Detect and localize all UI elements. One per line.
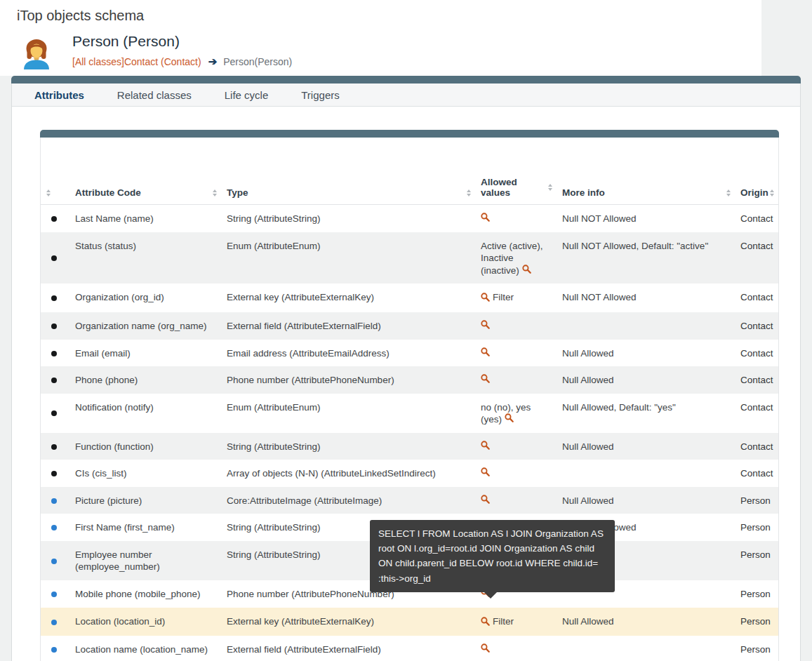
- oql-filter-tooltip: SELECT l FROM Location AS l JOIN Organiz…: [370, 520, 615, 592]
- attribute-code-cell: Organization name (org_name): [71, 312, 222, 340]
- allowed-values-cell: Filter: [477, 283, 558, 312]
- breadcrumb-parent-class-link[interactable]: Contact (Contact): [124, 56, 201, 67]
- more-info-cell: [558, 460, 736, 487]
- table-row: Organization name (org_name) External fi…: [41, 312, 779, 340]
- table-row: CIs (cis_list) Array of objects (N-N) (A…: [41, 460, 779, 487]
- origin-cell: Person: [736, 608, 779, 636]
- attribute-type-cell: External key (AttributeExternalKey): [222, 608, 477, 636]
- sort-icon[interactable]: [45, 188, 52, 198]
- sort-icon[interactable]: [768, 188, 776, 198]
- origin-cell: Contact: [736, 366, 779, 394]
- filter-link[interactable]: [481, 320, 493, 329]
- filter-link[interactable]: [481, 441, 493, 450]
- filter-link[interactable]: [522, 265, 534, 274]
- attribute-type-cell: External key (AttributeExternalKey): [222, 283, 477, 312]
- origin-cell: Contact: [736, 394, 779, 433]
- search-icon: [481, 441, 490, 450]
- filter-link[interactable]: [481, 467, 493, 476]
- attribute-type-cell: External field (AttributeExternalField): [222, 636, 477, 661]
- tab-attributes[interactable]: Attributes: [34, 89, 84, 101]
- filter-link[interactable]: [481, 213, 493, 222]
- attribute-type-cell: Email address (AttributeEmailAddress): [222, 340, 477, 367]
- attribute-type-cell: Core:AttributeImage (AttributeImage): [222, 487, 477, 514]
- column-header-type[interactable]: Type: [222, 138, 477, 205]
- attribute-type-cell: Enum (AttributeEnum): [222, 232, 477, 284]
- more-info-cell: [558, 636, 736, 661]
- search-icon: [481, 467, 490, 476]
- sort-icon[interactable]: [465, 188, 472, 198]
- origin-cell: Contact: [736, 312, 779, 340]
- filter-link[interactable]: [481, 374, 493, 383]
- allowed-values-cell: [477, 366, 558, 394]
- attribute-type-cell: Array of objects (N-N) (AttributeLinkedS…: [222, 460, 477, 487]
- tab-life-cycle[interactable]: Life cycle: [225, 89, 269, 101]
- filter-link[interactable]: Filter: [481, 291, 514, 304]
- more-info-cell: [558, 312, 736, 340]
- column-header-attribute-code[interactable]: Attribute Code: [71, 138, 222, 205]
- attribute-type-cell: String (AttributeString): [222, 433, 477, 460]
- search-icon: [481, 643, 490, 653]
- filter-link[interactable]: [505, 413, 517, 422]
- origin-bullet-dot: [51, 351, 57, 356]
- allowed-values-cell: [477, 340, 558, 367]
- card-top-accent-bar: [11, 76, 801, 84]
- origin-bullet-dot: [51, 378, 57, 383]
- filter-link[interactable]: [481, 643, 493, 653]
- attribute-code-cell: Last Name (name): [71, 205, 222, 232]
- attribute-code-cell: Email (email): [71, 340, 222, 367]
- attribute-code-cell: Notification (notify): [71, 394, 222, 433]
- tab-triggers[interactable]: Triggers: [301, 89, 339, 101]
- tab-bar: AttributesRelated classesLife cycleTrigg…: [12, 84, 800, 107]
- more-info-cell: Null NOT Allowed: [558, 205, 736, 232]
- allowed-values-cell: [477, 460, 558, 487]
- origin-bullet-dot: [51, 410, 57, 416]
- search-icon: [481, 617, 490, 626]
- more-info-cell: Null Allowed: [558, 340, 736, 367]
- attribute-type-cell: External field (AttributeExternalField): [222, 312, 477, 340]
- page-header: iTop objects schema Person (Person) [All…: [0, 0, 761, 76]
- attribute-code-cell: Organization (org_id): [71, 283, 222, 312]
- table-top-accent-bar: [40, 130, 779, 138]
- attribute-code-cell: CIs (cis_list): [71, 460, 222, 487]
- column-header-more-info[interactable]: More info: [558, 138, 736, 205]
- table-header-row: Attribute Code Type Allowed values More …: [41, 138, 779, 205]
- allowed-values-cell: [477, 433, 558, 460]
- origin-cell: Person: [736, 636, 779, 661]
- attribute-code-cell: Location (location_id): [71, 608, 222, 636]
- attribute-type-cell: Phone number (AttributePhoneNumber): [222, 366, 477, 394]
- origin-cell: Person: [736, 580, 779, 608]
- breadcrumb-current-class: Person(Person): [223, 56, 292, 67]
- origin-bullet-dot: [51, 620, 57, 625]
- origin-cell: Person: [736, 487, 779, 514]
- more-info-cell: Null Allowed: [558, 608, 736, 636]
- breadcrumb-all-classes-link[interactable]: [All classes]: [72, 56, 124, 67]
- table-row: Function (function) String (AttributeStr…: [41, 433, 779, 460]
- attribute-type-cell: String (AttributeString): [222, 205, 477, 232]
- filter-link[interactable]: [481, 347, 493, 356]
- column-header-allowed-values[interactable]: Allowed values: [477, 138, 558, 205]
- attribute-code-cell: Picture (picture): [71, 487, 222, 514]
- origin-bullet-dot: [51, 592, 57, 597]
- sort-icon[interactable]: [547, 182, 554, 192]
- attribute-code-cell: Location name (location_name): [71, 636, 222, 661]
- table-row: Last Name (name) String (AttributeString…: [41, 205, 779, 232]
- tab-related-classes[interactable]: Related classes: [117, 89, 192, 101]
- search-icon: [481, 293, 490, 302]
- column-header-dot[interactable]: [41, 138, 71, 205]
- class-title: Person (Person): [72, 33, 180, 50]
- allowed-values-cell: no (no), yes (yes): [477, 394, 558, 433]
- origin-cell: Person: [736, 541, 779, 580]
- person-avatar-icon: [20, 37, 53, 71]
- attribute-code-cell: Status (status): [71, 232, 222, 284]
- more-info-cell: Null NOT Allowed: [558, 283, 736, 312]
- filter-link[interactable]: Filter: [481, 615, 514, 628]
- origin-bullet-dot: [51, 444, 57, 450]
- sort-icon[interactable]: [211, 188, 218, 198]
- table-row: Email (email) Email address (AttributeEm…: [41, 340, 779, 367]
- filter-link[interactable]: [481, 495, 493, 504]
- sort-icon[interactable]: [725, 188, 732, 198]
- search-icon: [481, 374, 490, 383]
- column-header-origin[interactable]: Origin: [736, 138, 779, 205]
- origin-cell: Contact: [736, 433, 779, 460]
- origin-cell: Contact: [736, 283, 779, 312]
